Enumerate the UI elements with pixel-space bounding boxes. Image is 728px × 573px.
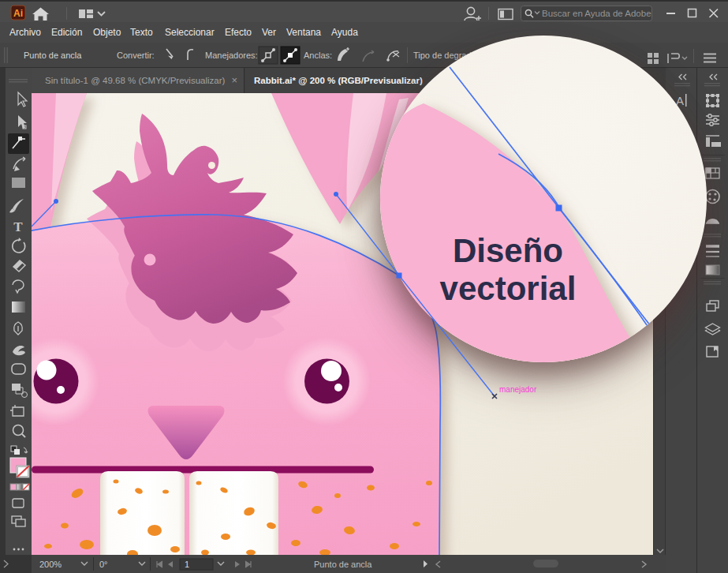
svg-text:Buscar en Ayuda de Adobe: Buscar en Ayuda de Adobe [542,9,651,18]
svg-text:Ai: Ai [13,8,23,19]
svg-text:Manejadores:: Manejadores: [205,51,258,60]
svg-text:Anclas:: Anclas: [304,51,332,60]
svg-text:Convertir:: Convertir: [117,51,155,60]
svg-text:Punto de ancla: Punto de ancla [24,51,82,60]
svg-text:Diseño: Diseño [453,232,563,269]
svg-text:200%: 200% [39,560,62,569]
svg-text:0°: 0° [99,560,108,569]
svg-text:Punto de ancla: Punto de ancla [314,560,372,569]
svg-text:1: 1 [185,560,189,569]
svg-text:T: T [13,219,23,234]
svg-text:vectorial: vectorial [440,270,577,307]
